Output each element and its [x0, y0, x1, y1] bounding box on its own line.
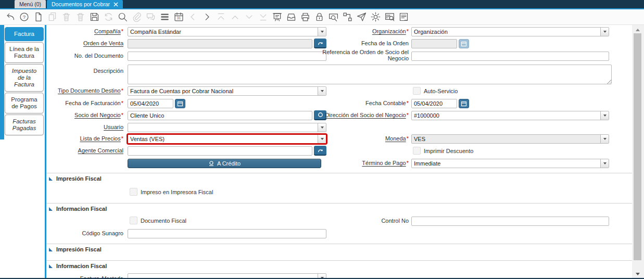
sidebar-tab-factura[interactable]: Factura	[5, 27, 44, 41]
required-marker: *	[407, 112, 409, 118]
sales-rep-zoom-button[interactable]	[314, 146, 326, 156]
company-select[interactable]: Compañía Estándar	[128, 27, 326, 36]
scrollbar-thumb[interactable]	[634, 33, 641, 260]
form-panel: Compañía* Compañía Estándar Organización…	[46, 25, 632, 278]
target-doc-type-select[interactable]: Factura de Cuentas por Cobrar Nacional	[128, 86, 326, 96]
partner-location-select[interactable]: #1000000	[411, 111, 609, 120]
calendar-icon[interactable]	[175, 99, 185, 108]
chevron-down-icon[interactable]	[600, 159, 609, 168]
toolbar: ?31	[0, 9, 644, 25]
fiscal-document-checkbox[interactable]	[130, 217, 137, 224]
invoice-date-input[interactable]	[128, 99, 173, 108]
parent-record-icon	[228, 10, 242, 24]
report-window-icon[interactable]	[397, 10, 411, 24]
section-divider	[46, 203, 632, 204]
calendar-icon[interactable]	[459, 99, 469, 108]
calendar-icon[interactable]: 31	[172, 10, 186, 24]
next-record-icon[interactable]	[200, 10, 214, 24]
affected-invoice-select[interactable]	[128, 273, 326, 278]
partner-location-label[interactable]: Dirección del Socio del Negocio*	[315, 112, 409, 118]
delete-record-icon	[59, 10, 73, 24]
required-marker: *	[407, 135, 409, 142]
sunagro-code-input[interactable]	[128, 229, 326, 238]
tab-menu[interactable]: Menú (0)	[15, 0, 46, 8]
user-label[interactable]: Usuario	[46, 124, 123, 130]
new-record-icon[interactable]	[31, 10, 45, 24]
invoice-date-label: Fecha de Facturación*	[46, 100, 123, 106]
user-select[interactable]	[128, 123, 326, 132]
chevron-down-icon[interactable]	[600, 28, 609, 36]
required-marker: *	[121, 100, 123, 106]
company-label[interactable]: Compañía*	[46, 28, 123, 34]
archive-icon[interactable]	[284, 10, 298, 24]
organization-label[interactable]: Organización*	[315, 28, 409, 34]
product-info-icon[interactable]	[383, 10, 397, 24]
close-icon[interactable]	[113, 2, 118, 7]
sidebar-tab-facturas-pagadas[interactable]: Facturas Pagadas	[5, 115, 44, 135]
tab-documentos-por-cobrar[interactable]: Documentos por Cobrar	[47, 0, 123, 8]
delete-selection-icon	[73, 10, 87, 24]
lock-icon[interactable]	[312, 10, 326, 24]
section-divider	[46, 173, 632, 173]
bp-order-ref-input[interactable]	[411, 52, 609, 61]
sales-rep-label[interactable]: Agente Comercial	[46, 147, 123, 154]
self-service-checkbox[interactable]	[413, 87, 421, 95]
grid-toggle-icon[interactable]	[158, 10, 172, 24]
zoom-across-icon[interactable]	[326, 10, 340, 24]
last-record-icon	[256, 10, 270, 24]
required-marker: *	[407, 100, 409, 106]
workflow-icon[interactable]	[340, 10, 355, 24]
find-icon[interactable]	[116, 10, 130, 24]
section-fiscal-info-1[interactable]: Informacion Fiscal	[49, 206, 107, 212]
currency-label[interactable]: Moneda*	[315, 135, 409, 142]
section-fiscal-print-2[interactable]: Impresión Fiscal	[49, 246, 102, 252]
section-fiscal-info-2[interactable]: Informacion Fiscal	[49, 263, 107, 269]
business-partner-input[interactable]	[128, 111, 312, 120]
required-marker: *	[121, 135, 123, 142]
help-icon[interactable]: ?	[17, 10, 31, 24]
document-no-input[interactable]	[128, 52, 326, 61]
payment-term-select[interactable]: Immediate	[411, 159, 609, 168]
send-icon[interactable]	[355, 10, 369, 24]
target-doc-type-label[interactable]: Tipo Documento Destino*	[46, 87, 123, 94]
chevron-down-icon[interactable]	[318, 274, 326, 278]
scroll-down-icon[interactable]	[636, 273, 640, 275]
description-textarea[interactable]	[128, 65, 612, 84]
scroll-up-icon[interactable]	[636, 29, 640, 31]
sales-order-label[interactable]: Orden de Venta	[46, 40, 123, 46]
copy-record-icon	[45, 10, 59, 24]
save-icon[interactable]	[87, 10, 102, 24]
price-list-label[interactable]: Lista de Precios*	[46, 135, 123, 142]
payment-term-label[interactable]: Término de Pago*	[315, 160, 409, 166]
chevron-down-icon[interactable]	[318, 87, 326, 95]
self-service-label: Auto-Servicio	[424, 88, 458, 94]
settings-icon[interactable]	[369, 10, 383, 24]
account-date-input[interactable]	[411, 99, 457, 108]
print-discount-checkbox[interactable]	[413, 147, 421, 155]
chevron-down-icon[interactable]	[600, 111, 609, 120]
bp-order-ref-label: Referencia de Orden de Socio del Negocio	[315, 49, 409, 61]
sidebar-tab-impuesto-de-la-factura[interactable]: Impuesto de la Factura	[5, 64, 44, 92]
credit-button[interactable]: A Crédito	[128, 159, 321, 168]
sidebar-tab-programa-de-pagos[interactable]: Programa de Pagos	[5, 93, 44, 113]
detail-record-icon	[242, 10, 256, 24]
undo-icon[interactable]	[3, 10, 17, 24]
report-icon[interactable]	[270, 10, 284, 24]
fiscal-printed-checkbox[interactable]	[130, 188, 137, 196]
resize-handle[interactable]	[607, 79, 611, 84]
currency-select: VES	[411, 134, 609, 144]
fiscal-printed-label: Impreso en Impresora Fiscal	[141, 189, 213, 195]
sidebar-tab-linea-de-la-factura[interactable]: Línea de la Factura	[5, 42, 44, 63]
vertical-scrollbar[interactable]	[632, 25, 644, 279]
section-fiscal-print-1[interactable]: Impresión Fiscal	[49, 175, 102, 182]
print-icon[interactable]	[298, 10, 312, 24]
sales-rep-input[interactable]	[128, 146, 312, 156]
organization-select[interactable]: Organización	[411, 27, 609, 36]
control-no-input[interactable]	[411, 217, 609, 226]
section-divider	[46, 244, 632, 244]
chevron-down-icon[interactable]	[318, 123, 326, 132]
collapse-icon	[49, 207, 53, 211]
svg-text:31: 31	[177, 16, 181, 20]
price-list-select[interactable]: Ventas (VES)	[128, 134, 326, 144]
business-partner-label[interactable]: Socio del Negocio*	[46, 112, 123, 118]
